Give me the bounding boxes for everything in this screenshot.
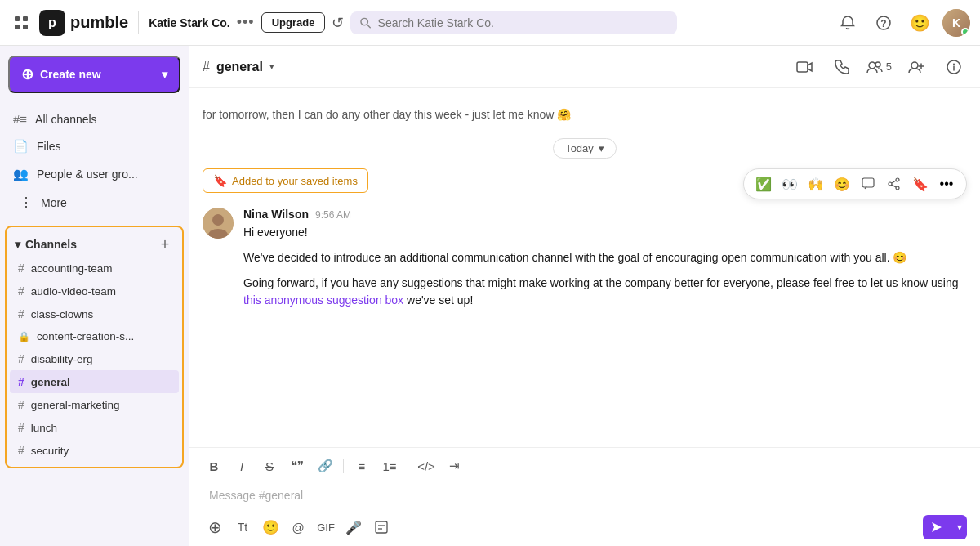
channel-item-disability-erg[interactable]: # disability-erg [10, 347, 179, 370]
sidebar-label-files: Files [37, 140, 61, 153]
notifications-icon[interactable] [835, 10, 861, 36]
more-label: More [41, 196, 67, 209]
channel-item-audio-video-team[interactable]: # audio-video-team [10, 280, 179, 302]
text-format-button[interactable]: Tt [230, 515, 255, 539]
sidebar-label-all-channels: All channels [35, 113, 97, 126]
bookmark-reaction[interactable]: 🔖 [909, 172, 932, 195]
sidebar-item-people[interactable]: 👥 People & user gro... [7, 161, 182, 187]
channel-item-general[interactable]: # general [10, 370, 179, 393]
app-logo: p pumble [39, 10, 128, 36]
channel-label: content-creation-s... [37, 330, 134, 342]
ordered-list-button[interactable]: 1≡ [378, 454, 401, 477]
message-input[interactable]: Message #general [199, 482, 970, 512]
sidebar-item-all-channels[interactable]: #≡ All channels [7, 106, 182, 132]
sidebar-label-people: People & user gro... [37, 168, 138, 181]
clap-reaction[interactable]: 🙌 [804, 172, 827, 195]
sidebar-more-button[interactable]: ⋮ More [7, 189, 182, 216]
channel-item-accounting-team[interactable]: # accounting-team [10, 257, 179, 280]
add-member-icon[interactable] [903, 54, 929, 80]
message-content: Nina Wilson 9:56 AM Hi everyone! We've d… [243, 208, 967, 309]
online-indicator [961, 28, 969, 36]
strikethrough-button[interactable]: S [258, 454, 281, 477]
date-badge[interactable]: Today ▾ [553, 138, 617, 159]
more-dots-icon: ⋮ [20, 195, 33, 210]
composer-actions-left: ⊕ Tt 🙂 @ GIF 🎤 [203, 515, 916, 539]
checkmark-reaction[interactable]: ✅ [752, 172, 775, 195]
channel-item-general-marketing[interactable]: # general-marketing [10, 393, 179, 416]
channel-label: disability-erg [31, 353, 93, 365]
mention-button[interactable]: @ [286, 515, 310, 539]
file-nav-icon: 📄 [13, 139, 29, 154]
topbar-right: ? 🙂 K [835, 9, 970, 37]
comment-reaction[interactable] [857, 172, 880, 195]
expand-button[interactable] [369, 515, 394, 539]
blockquote-button[interactable]: ❝❞ [286, 454, 309, 477]
channel-hash-header: # [203, 60, 210, 74]
message-with-toolbar: ✅ 👀 🙌 😊 [203, 168, 967, 319]
message-composer: B I S ❝❞ 🔗 ≡ 1≡ </> ⇥ Message #general ⊕… [189, 447, 980, 546]
italic-button[interactable]: I [230, 454, 253, 477]
gif-button[interactable]: GIF [314, 515, 338, 539]
sidebar-item-files[interactable]: 📄 Files [7, 133, 182, 159]
bullet-list-button[interactable]: ≡ [350, 454, 373, 477]
svg-rect-17 [862, 178, 874, 187]
date-label: Today [565, 142, 594, 154]
hash-icon: # [18, 262, 24, 275]
bold-button[interactable]: B [203, 454, 225, 477]
svg-point-24 [212, 214, 224, 226]
svg-point-9 [869, 62, 875, 69]
create-new-button[interactable]: ⊕ Create new ▾ [8, 56, 180, 93]
channels-section-title[interactable]: ▾ Channels [15, 238, 77, 251]
search-input[interactable] [378, 16, 668, 29]
chat-header-left: # general ▾ [203, 60, 274, 74]
channel-dropdown-icon[interactable]: ▾ [270, 61, 274, 72]
svg-rect-1 [23, 16, 28, 21]
send-button[interactable] [923, 515, 951, 539]
user-avatar[interactable]: K [942, 9, 970, 37]
message-meta: Nina Wilson 9:56 AM [243, 208, 967, 221]
anonymous-suggestion-link[interactable]: this anonymous suggestion box [243, 293, 403, 307]
phone-call-icon[interactable] [829, 54, 855, 80]
emoji-icon[interactable]: 🙂 [906, 10, 933, 36]
send-options-button[interactable]: ▾ [951, 515, 967, 539]
emoji-picker-button[interactable]: 🙂 [258, 515, 283, 539]
hash-icon: # [18, 352, 24, 365]
search-icon [360, 17, 371, 29]
eyes-reaction[interactable]: 👀 [778, 172, 801, 195]
channel-item-content-creation[interactable]: 🔒 content-creation-s... [10, 325, 179, 347]
topbar-left: p pumble Katie Stark Co. ••• Upgrade ↺ [10, 10, 344, 36]
workspace-more-button[interactable]: ••• [237, 14, 255, 31]
channel-label: general-marketing [31, 399, 120, 411]
share-reaction[interactable] [883, 172, 906, 195]
video-call-icon[interactable] [791, 54, 817, 80]
code-button[interactable]: </> [415, 454, 438, 477]
channel-label: audio-video-team [31, 285, 116, 298]
svg-rect-8 [797, 62, 808, 72]
messages-area: for tomorrow, then I can do any other da… [189, 88, 980, 447]
emoji-reaction[interactable]: 😊 [831, 172, 853, 195]
message-greeting: Hi everyone! [243, 224, 967, 241]
svg-rect-26 [376, 521, 387, 533]
add-channel-button[interactable]: + [156, 235, 174, 253]
hash-icon: # [18, 284, 24, 298]
channel-item-lunch[interactable]: # lunch [10, 416, 179, 439]
audio-button[interactable]: 🎤 [341, 515, 366, 539]
svg-line-5 [368, 24, 371, 27]
channel-label: security [31, 445, 69, 457]
channel-item-class-clowns[interactable]: # class-clowns [10, 302, 179, 325]
channel-item-security[interactable]: # security [10, 439, 179, 462]
saved-toast-text: Added to your saved items [232, 175, 358, 187]
help-icon[interactable]: ? [871, 10, 897, 36]
lock-icon: 🔒 [18, 331, 30, 342]
history-icon[interactable]: ↺ [332, 14, 344, 32]
members-button[interactable]: 5 [866, 60, 892, 74]
more-reaction[interactable]: ••• [935, 172, 958, 195]
info-icon[interactable] [941, 54, 967, 80]
search-bar[interactable] [350, 11, 677, 34]
indent-button[interactable]: ⇥ [443, 454, 466, 477]
upgrade-button[interactable]: Upgrade [261, 12, 326, 33]
chat-header-right: 5 [791, 54, 967, 80]
grid-icon[interactable] [10, 11, 33, 34]
add-content-button[interactable]: ⊕ [203, 515, 227, 539]
link-button[interactable]: 🔗 [314, 454, 336, 477]
